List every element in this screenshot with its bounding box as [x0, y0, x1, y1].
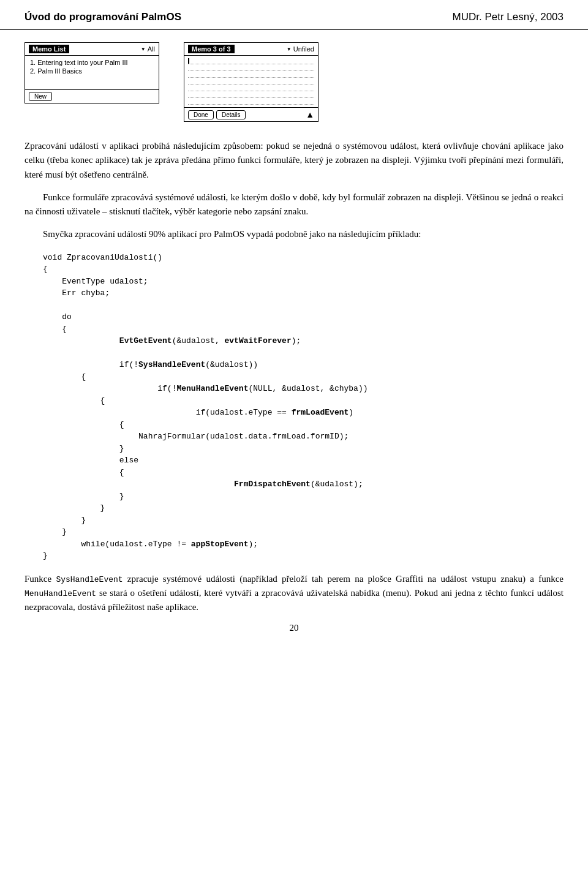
- code-post: );: [248, 540, 258, 549]
- code-line: void ZpracovaniUdalosti(): [43, 253, 162, 262]
- code-line: }: [43, 444, 124, 453]
- final-mid1: zpracuje systémové události (například p…: [123, 574, 564, 584]
- memo3-footer: Done Details ▲: [184, 107, 318, 121]
- list-item[interactable]: 2. Palm III Basics: [30, 67, 154, 75]
- final-mono1: SysHandleEvent: [56, 575, 123, 584]
- memo3-footer-buttons: Done Details: [188, 110, 246, 119]
- memo3-line: [188, 65, 314, 71]
- scroll-up-icon[interactable]: ▲: [306, 110, 314, 119]
- code-segment: while(udalost.eType != appStopEvent);: [62, 540, 258, 549]
- main-content: Memo List ▼ All 1. Entering text into yo…: [0, 42, 588, 658]
- text-cursor: [188, 58, 189, 64]
- memo-list-title: Memo List: [29, 45, 69, 53]
- code-line: {: [43, 325, 67, 334]
- code-block: void ZpracovaniUdalosti() { EventType ud…: [43, 252, 564, 562]
- memo3-title: Memo 3 of 3: [188, 45, 235, 53]
- memo-list-category-label: All: [148, 45, 155, 53]
- code-segment: if(!SysHandleEvent(&udalost)): [81, 360, 258, 369]
- code-line: EventType udalost;: [43, 277, 148, 286]
- paragraph-final: Funkce SysHandleEvent zpracuje systémové…: [24, 572, 564, 615]
- memo3-line: [188, 78, 314, 85]
- new-button[interactable]: New: [29, 92, 52, 101]
- page-number: 20: [290, 623, 299, 633]
- page-header: Úvod do programování PalmOS MUDr. Petr L…: [0, 0, 588, 30]
- code-line: }: [43, 551, 48, 560]
- memo3-line: [188, 85, 314, 91]
- code-segment: EvtGetEvent(&udalost, evtWaitForever);: [81, 336, 301, 345]
- code-post: ): [349, 408, 353, 417]
- code-post: (&udalost)): [205, 360, 258, 369]
- dropdown-arrow-icon: ▼: [287, 47, 292, 52]
- memo3-line: [188, 92, 314, 98]
- memo3-screenshot: Memo 3 of 3 ▼ Unfiled Done: [184, 42, 318, 122]
- code-line: else: [43, 456, 138, 465]
- code-line: }: [43, 516, 86, 525]
- code-post: (&udalost);: [311, 480, 363, 489]
- code-pre: if(udalost.eType ==: [119, 408, 292, 417]
- code-line: do: [43, 312, 72, 322]
- code-post: (NULL, &udalost, &chyba)): [248, 384, 368, 393]
- code-bold: evtWaitForever: [225, 336, 292, 345]
- paragraph-2: Funkce formuláře zpracovává systémové ud…: [24, 190, 564, 219]
- memo-list-footer: New: [25, 89, 159, 103]
- code-line: {: [43, 468, 124, 477]
- memo3-line: [188, 72, 314, 78]
- code-line: {: [43, 396, 105, 405]
- code-line: {: [43, 372, 86, 382]
- code-line: }: [43, 503, 105, 513]
- page-footer: 20: [24, 623, 564, 633]
- memo-list-screenshot: Memo List ▼ All 1. Entering text into yo…: [24, 42, 159, 104]
- code-segment: if(udalost.eType == frmLoadEvent): [119, 408, 353, 417]
- code-bold: EvtGetEvent: [119, 336, 172, 345]
- final-pre1: Funkce: [24, 574, 56, 584]
- screenshots-row: Memo List ▼ All 1. Entering text into yo…: [24, 42, 564, 122]
- code-bold: frmLoadEvent: [292, 408, 349, 417]
- memo3-category: ▼ Unfiled: [287, 45, 314, 53]
- code-segment-end: );: [292, 336, 301, 345]
- memo3-header: Memo 3 of 3 ▼ Unfiled: [184, 43, 318, 56]
- code-pre: if(!: [100, 384, 177, 393]
- memo3-category-label: Unfiled: [293, 45, 314, 53]
- code-segment-pre: [81, 336, 119, 345]
- memo3-cursor-line: [188, 58, 314, 64]
- code-bold: FrmDispatchEvent: [234, 480, 311, 489]
- final-mono2: MenuHandleEvent: [24, 589, 96, 598]
- code-line: {: [43, 420, 124, 429]
- memo-list-header: Memo List ▼ All: [25, 43, 159, 56]
- code-segment-post: (&udalost,: [172, 336, 225, 345]
- memo-list-category: ▼ All: [141, 45, 155, 53]
- paragraph-1: Zpracování událostí v aplikaci probíhá n…: [24, 139, 564, 182]
- code-line: }: [43, 527, 67, 536]
- code-bold: appStopEvent: [191, 540, 249, 549]
- book-author: MUDr. Petr Lesný, 2003: [453, 11, 564, 23]
- memo3-line: [188, 99, 314, 105]
- code-line: NahrajFormular(udalost.data.frmLoad.form…: [43, 432, 349, 441]
- done-button[interactable]: Done: [188, 110, 214, 119]
- memo3-body: [184, 56, 318, 107]
- final-mid2: se stará o ošetření událostí, které vytv…: [24, 588, 564, 612]
- code-segment: FrmDispatchEvent(&udalost);: [138, 480, 363, 489]
- details-button[interactable]: Details: [216, 110, 246, 119]
- paragraph-3: Smyčka zpracování událostí 90% aplikací …: [24, 227, 564, 241]
- list-item[interactable]: 1. Entering text into your Palm III: [30, 58, 154, 67]
- code-line: }: [43, 492, 124, 501]
- code-pre: while(udalost.eType !=: [62, 540, 191, 549]
- code-bold: SysHandleEvent: [138, 360, 205, 369]
- dropdown-arrow-icon: ▼: [141, 47, 146, 52]
- book-title: Úvod do programování PalmOS: [24, 11, 181, 23]
- code-line: {: [43, 265, 48, 274]
- code-pre: [138, 480, 234, 489]
- code-bold: MenuHandleEvent: [176, 384, 248, 393]
- code-pre: if(!: [81, 360, 138, 369]
- code-segment: if(!MenuHandleEvent(NULL, &udalost, &chy…: [100, 384, 368, 393]
- memo-list-items: 1. Entering text into your Palm III 2. P…: [25, 56, 159, 89]
- code-line: Err chyba;: [43, 288, 110, 298]
